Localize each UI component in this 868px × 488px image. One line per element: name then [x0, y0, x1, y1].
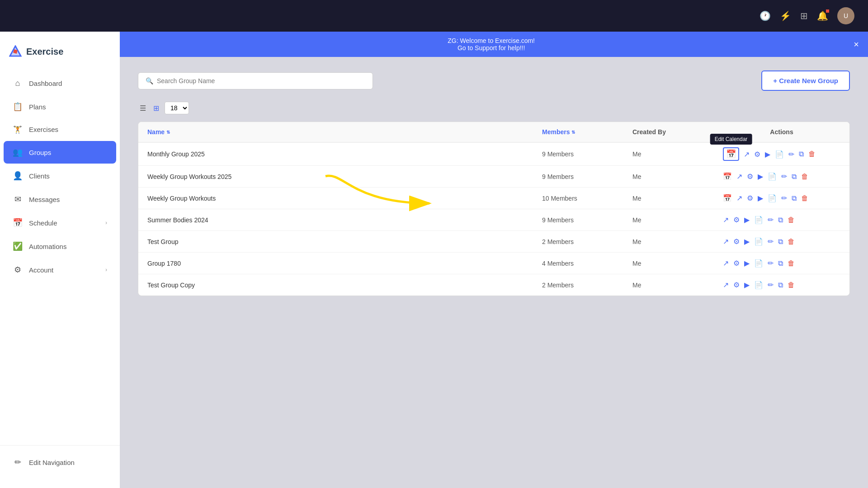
settings-icon[interactable]: ⚙ — [733, 237, 740, 246]
edit-icon[interactable]: ✏ — [768, 259, 774, 267]
delete-icon[interactable]: 🗑 — [801, 173, 808, 181]
edit-icon[interactable]: ✏ — [781, 194, 787, 202]
external-link-icon[interactable]: ↗ — [723, 237, 729, 246]
document-icon[interactable]: 📄 — [754, 216, 763, 224]
account-icon: ⚙ — [13, 265, 23, 275]
copy-icon[interactable]: ⧉ — [778, 259, 783, 267]
group-created-by: Me — [623, 253, 714, 273]
calendar-icon[interactable]: 📅 — [723, 172, 732, 181]
settings-icon[interactable]: ⚙ — [733, 281, 740, 289]
column-header-name[interactable]: Name ⇅ — [138, 122, 533, 142]
edit-icon[interactable]: ✏ — [781, 172, 787, 181]
external-link-icon[interactable]: ↗ — [723, 259, 729, 267]
video-icon[interactable]: ▶ — [758, 172, 763, 181]
sidebar-item-plans[interactable]: 📋 Plans — [4, 95, 116, 118]
sidebar-item-exercises[interactable]: 🏋 Exercises — [4, 119, 116, 140]
edit-icon[interactable]: ✏ — [768, 216, 774, 224]
avatar[interactable]: U — [837, 7, 854, 24]
copy-icon[interactable]: ⧉ — [778, 238, 783, 246]
delete-icon[interactable]: 🗑 — [788, 281, 795, 289]
edit-icon[interactable]: ✏ — [768, 281, 774, 289]
external-link-icon[interactable]: ↗ — [736, 194, 742, 202]
video-icon[interactable]: ▶ — [744, 281, 750, 289]
copy-icon[interactable]: ⧉ — [792, 194, 797, 202]
banner-text: ZG: Welcome to Exercise.com! Go to Suppo… — [129, 37, 854, 52]
settings-icon[interactable]: ⚙ — [747, 194, 753, 202]
sidebar-item-automations[interactable]: ✅ Automations — [4, 235, 116, 258]
table-row: Group 1780 4 Members Me ↗ ⚙ ▶ 📄 ✏ ⧉ 🗑 — [138, 253, 849, 274]
external-link-icon[interactable]: ↗ — [744, 150, 750, 159]
history-icon[interactable]: 🕐 — [760, 10, 771, 21]
document-icon[interactable]: 📄 — [754, 237, 763, 246]
group-actions: Edit Calendar 📅 ↗ ⚙ ▶ 📄 ✏ ⧉ 🗑 — [714, 143, 849, 165]
settings-icon[interactable]: ⚙ — [733, 259, 740, 267]
calendar-icon[interactable]: 📅 — [723, 194, 732, 202]
delete-icon[interactable]: 🗑 — [788, 238, 795, 246]
group-actions: 📅 ↗ ⚙ ▶ 📄 ✏ ⧉ 🗑 — [714, 166, 849, 187]
app-logo[interactable]: Exercise — [0, 41, 120, 71]
grid-icon[interactable]: ⊞ — [800, 10, 808, 21]
copy-icon[interactable]: ⧉ — [778, 216, 783, 224]
settings-icon[interactable]: ⚙ — [733, 216, 740, 224]
calendar-icon[interactable]: 📅 — [723, 147, 739, 161]
settings-icon[interactable]: ⚙ — [754, 150, 760, 159]
group-created-by: Me — [623, 232, 714, 252]
group-created-by: Me — [623, 167, 714, 187]
group-name: Summer Bodies 2024 — [138, 210, 533, 230]
list-view-button[interactable]: ☰ — [138, 102, 148, 114]
table-row: Monthly Group 2025 9 Members Me Edit Cal… — [138, 143, 849, 166]
view-controls: ☰ ⊞ 18 10 25 50 — [138, 102, 850, 114]
search-box[interactable]: 🔍 — [138, 72, 373, 89]
sidebar-item-account[interactable]: ⚙ Account › — [4, 258, 116, 281]
video-icon[interactable]: ▶ — [744, 216, 750, 224]
video-icon[interactable]: ▶ — [744, 259, 750, 267]
sidebar-item-dashboard[interactable]: ⌂ Dashboard — [4, 72, 116, 94]
sidebar-item-schedule[interactable]: 📅 Schedule › — [4, 211, 116, 234]
per-page-select[interactable]: 18 10 25 50 — [165, 102, 189, 114]
delete-icon[interactable]: 🗑 — [801, 194, 808, 202]
sidebar-item-groups[interactable]: 👥 Groups — [4, 141, 116, 164]
delete-icon[interactable]: 🗑 — [788, 216, 795, 224]
copy-icon[interactable]: ⧉ — [799, 150, 804, 158]
lightning-icon[interactable]: ⚡ — [780, 10, 791, 21]
search-icon: 🔍 — [146, 77, 153, 84]
video-icon[interactable]: ▶ — [744, 237, 750, 246]
sort-icon: ⇅ — [571, 130, 575, 135]
external-link-icon[interactable]: ↗ — [723, 216, 729, 224]
video-icon[interactable]: ▶ — [758, 194, 763, 202]
delete-icon[interactable]: 🗑 — [788, 259, 795, 267]
group-name: Weekly Group Workouts — [138, 188, 533, 208]
settings-icon[interactable]: ⚙ — [747, 172, 753, 181]
document-icon[interactable]: 📄 — [754, 281, 763, 289]
create-new-group-button[interactable]: + Create New Group — [761, 70, 850, 91]
copy-icon[interactable]: ⧉ — [792, 173, 797, 181]
document-icon[interactable]: 📄 — [775, 150, 784, 159]
search-input[interactable] — [157, 77, 365, 84]
groups-table: Name ⇅ Members ⇅ Created By Actions — [138, 122, 850, 296]
sidebar-item-messages[interactable]: ✉ Messages — [4, 188, 116, 211]
document-icon[interactable]: 📄 — [768, 172, 777, 181]
group-name: Weekly Group Workouts 2025 — [138, 167, 533, 187]
table-row: Summer Bodies 2024 9 Members Me ↗ ⚙ ▶ 📄 … — [138, 209, 849, 231]
sidebar-item-label: Edit Navigation — [29, 459, 75, 466]
grid-view-button[interactable]: ⊞ — [151, 102, 161, 114]
document-icon[interactable]: 📄 — [754, 259, 763, 267]
banner-close-button[interactable]: × — [854, 39, 859, 50]
bell-icon[interactable]: 🔔 — [817, 10, 828, 21]
sidebar-item-edit-navigation[interactable]: ✏ Edit Navigation — [4, 451, 116, 474]
automations-icon: ✅ — [13, 241, 23, 251]
video-icon[interactable]: ▶ — [765, 150, 770, 159]
messages-icon: ✉ — [13, 194, 23, 204]
edit-icon[interactable]: ✏ — [768, 237, 774, 246]
external-link-icon[interactable]: ↗ — [736, 172, 742, 181]
document-icon[interactable]: 📄 — [768, 194, 777, 202]
sidebar-item-clients[interactable]: 👤 Clients — [4, 164, 116, 187]
group-members: 2 Members — [533, 275, 623, 295]
column-header-members[interactable]: Members ⇅ — [533, 122, 623, 142]
group-created-by: Me — [623, 210, 714, 230]
copy-icon[interactable]: ⧉ — [778, 281, 783, 289]
delete-icon[interactable]: 🗑 — [808, 150, 816, 158]
group-members: 2 Members — [533, 232, 623, 252]
external-link-icon[interactable]: ↗ — [723, 281, 729, 289]
edit-icon[interactable]: ✏ — [788, 150, 794, 159]
